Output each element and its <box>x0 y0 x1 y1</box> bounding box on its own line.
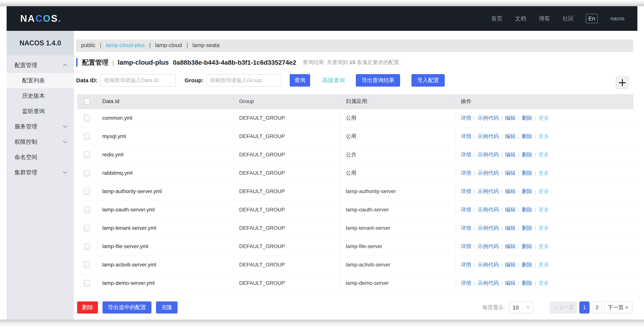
action-link-更多[interactable]: 更多 <box>538 280 549 287</box>
sidebar-item-监听查询[interactable]: 监听查询 <box>6 104 74 119</box>
nav-link-文档[interactable]: 文档 <box>515 15 526 22</box>
cell-app: 公共 <box>340 146 456 164</box>
action-link-更多[interactable]: 更多 <box>538 133 549 140</box>
row-checkbox[interactable] <box>84 243 90 250</box>
action-link-删除[interactable]: 删除 <box>522 206 532 213</box>
action-link-编辑[interactable]: 编辑 <box>505 188 516 195</box>
action-link-删除[interactable]: 删除 <box>522 133 532 140</box>
action-link-详情[interactable]: 详情 <box>461 243 471 250</box>
action-link-编辑[interactable]: 编辑 <box>505 151 516 158</box>
page-button-1[interactable]: 1 <box>579 302 590 314</box>
action-link-示例代码[interactable]: 示例代码 <box>478 114 499 122</box>
action-link-更多[interactable]: 更多 <box>538 261 549 268</box>
action-link-删除[interactable]: 删除 <box>522 261 532 268</box>
action-separator: | <box>501 134 502 139</box>
action-link-示例代码[interactable]: 示例代码 <box>478 280 499 287</box>
action-link-示例代码[interactable]: 示例代码 <box>478 188 499 195</box>
table-row: common.ymlDEFAULT_GROUP公用详情|示例代码|编辑|删除|更… <box>77 109 634 127</box>
action-link-示例代码[interactable]: 示例代码 <box>478 206 499 213</box>
action-link-编辑[interactable]: 编辑 <box>505 243 516 250</box>
namespace-tab-lamp-cloud[interactable]: lamp-cloud <box>155 42 182 48</box>
page-numbers: 12 <box>577 302 602 314</box>
group-input[interactable] <box>206 74 282 86</box>
nav-link-社区[interactable]: 社区 <box>563 15 574 22</box>
action-link-编辑[interactable]: 编辑 <box>505 224 516 232</box>
advanced-query-link[interactable]: 高级查询 <box>322 76 345 84</box>
action-link-更多[interactable]: 更多 <box>538 206 549 213</box>
action-link-详情[interactable]: 详情 <box>461 114 471 122</box>
action-link-示例代码[interactable]: 示例代码 <box>478 243 499 250</box>
row-checkbox[interactable] <box>84 225 90 232</box>
action-link-删除[interactable]: 删除 <box>522 170 532 176</box>
namespace-tab-lamp-seata[interactable]: lamp-seata <box>192 42 220 48</box>
action-link-更多[interactable]: 更多 <box>538 188 549 195</box>
row-checkbox[interactable] <box>84 115 90 122</box>
nav-link-首页[interactable]: 首页 <box>491 15 502 22</box>
row-checkbox[interactable] <box>84 262 90 268</box>
row-checkbox[interactable] <box>84 170 90 176</box>
action-link-更多[interactable]: 更多 <box>538 170 549 176</box>
row-checkbox[interactable] <box>84 188 90 195</box>
action-link-示例代码[interactable]: 示例代码 <box>478 133 499 140</box>
data-id-input[interactable] <box>100 74 176 86</box>
action-link-编辑[interactable]: 编辑 <box>505 114 516 122</box>
sidebar-item-配置列表[interactable]: 配置列表 <box>6 73 74 88</box>
action-link-更多[interactable]: 更多 <box>538 114 549 122</box>
action-link-编辑[interactable]: 编辑 <box>505 170 516 176</box>
row-checkbox[interactable] <box>84 152 90 158</box>
sidebar-item-配置管理[interactable]: 配置管理 <box>6 58 74 73</box>
action-link-示例代码[interactable]: 示例代码 <box>478 261 499 268</box>
action-link-更多[interactable]: 更多 <box>538 151 549 158</box>
action-link-详情[interactable]: 详情 <box>461 151 471 158</box>
delete-selected-button[interactable]: 删除 <box>77 302 98 314</box>
sidebar-item-服务管理[interactable]: 服务管理 <box>6 119 74 134</box>
action-link-删除[interactable]: 删除 <box>522 114 532 122</box>
language-toggle[interactable]: En <box>586 14 598 23</box>
page-button-2[interactable]: 2 <box>592 302 602 314</box>
action-link-示例代码[interactable]: 示例代码 <box>478 170 499 176</box>
sidebar-item-权限控制[interactable]: 权限控制 <box>6 134 74 150</box>
action-link-更多[interactable]: 更多 <box>538 224 549 232</box>
action-link-删除[interactable]: 删除 <box>522 224 532 232</box>
sidebar-item-历史版本[interactable]: 历史版本 <box>6 88 74 104</box>
action-link-更多[interactable]: 更多 <box>538 243 549 250</box>
nav-link-博客[interactable]: 博客 <box>539 15 550 22</box>
row-checkbox[interactable] <box>84 280 90 286</box>
namespace-tab-public[interactable]: public <box>81 42 96 48</box>
action-link-编辑[interactable]: 编辑 <box>505 261 516 268</box>
row-checkbox[interactable] <box>84 133 90 140</box>
sidebar-item-命名空间[interactable]: 命名空间 <box>6 150 74 165</box>
username[interactable]: nacos <box>610 16 624 22</box>
action-link-详情[interactable]: 详情 <box>461 170 471 176</box>
namespace-tab-lamp-cloud-plus[interactable]: lamp-cloud-plus <box>106 42 145 48</box>
action-link-编辑[interactable]: 编辑 <box>505 133 516 140</box>
next-page-button[interactable]: 下一页 > <box>605 302 633 314</box>
action-link-删除[interactable]: 删除 <box>522 151 532 158</box>
row-checkbox-cell <box>77 256 97 274</box>
export-selected-button[interactable]: 导出选中的配置 <box>102 302 152 314</box>
row-checkbox[interactable] <box>84 206 90 213</box>
action-link-编辑[interactable]: 编辑 <box>505 206 516 213</box>
sidebar-item-集群管理[interactable]: 集群管理 <box>6 165 74 180</box>
cell-actions: 详情|示例代码|编辑|删除|更多 <box>456 182 634 200</box>
prev-page-button[interactable]: < 上一页 <box>550 302 577 314</box>
action-link-示例代码[interactable]: 示例代码 <box>478 224 499 232</box>
page-size-select[interactable]: 10 <box>509 302 533 314</box>
action-link-详情[interactable]: 详情 <box>461 133 471 140</box>
query-button[interactable]: 查询 <box>290 74 310 86</box>
action-link-详情[interactable]: 详情 <box>461 188 471 195</box>
action-link-详情[interactable]: 详情 <box>461 224 471 232</box>
action-link-删除[interactable]: 删除 <box>522 280 532 287</box>
export-results-button[interactable]: 导出查询结果 <box>356 74 400 86</box>
select-all-checkbox[interactable] <box>84 98 90 105</box>
action-link-详情[interactable]: 详情 <box>461 261 471 268</box>
clone-button[interactable]: 克隆 <box>156 302 178 314</box>
action-link-详情[interactable]: 详情 <box>461 206 471 213</box>
action-link-详情[interactable]: 详情 <box>461 280 471 287</box>
import-config-button[interactable]: 导入配置 <box>412 74 445 86</box>
action-link-删除[interactable]: 删除 <box>522 243 532 250</box>
action-link-示例代码[interactable]: 示例代码 <box>478 151 499 158</box>
action-link-编辑[interactable]: 编辑 <box>505 280 516 287</box>
action-link-删除[interactable]: 删除 <box>522 188 532 195</box>
add-config-button[interactable] <box>616 76 629 89</box>
